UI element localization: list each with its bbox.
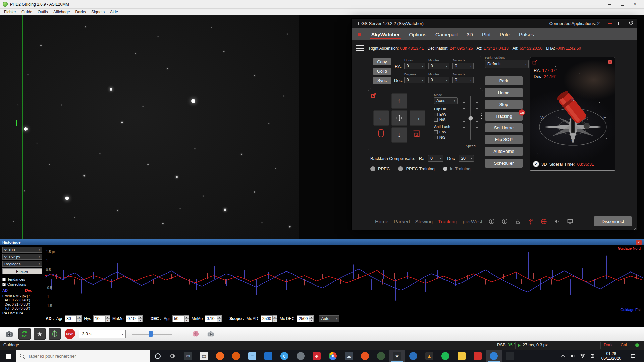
reset-3d-view-icon[interactable] — [607, 59, 613, 66]
usb-tray-icon[interactable] — [589, 351, 596, 361]
firefox-app-icon[interactable] — [212, 350, 228, 362]
thunderbird-app-icon[interactable] — [228, 350, 244, 362]
param-value[interactable]: 2500 — [297, 315, 309, 322]
ra-minutes-select[interactable]: 0 — [428, 63, 449, 69]
gsserver-app-icon[interactable] — [486, 350, 502, 362]
spin-down-button[interactable] — [105, 319, 110, 322]
spin-up-button[interactable] — [273, 315, 277, 319]
copy-button[interactable]: Copy — [373, 58, 391, 65]
sync-button[interactable]: Sync — [373, 77, 391, 84]
dec-minutes-select[interactable]: 0 — [428, 77, 449, 83]
action-autohome-button[interactable]: AutoHome — [485, 147, 523, 156]
ubuntu-app-icon[interactable] — [357, 350, 373, 362]
dec-seconds-select[interactable]: 0 — [452, 77, 474, 83]
settings-select[interactable]: Réglages — [2, 261, 42, 267]
onedrive-app-icon[interactable]: ☁ — [341, 350, 357, 362]
spin-down-button[interactable] — [273, 319, 277, 322]
loop-exposures-icon[interactable] — [18, 328, 31, 340]
park-position-select[interactable]: Default — [485, 60, 529, 68]
file-explorer-app-icon[interactable] — [453, 350, 470, 362]
office-grid-app-icon[interactable] — [502, 350, 518, 362]
tab-skywatcher[interactable]: SkyWatcher — [371, 28, 400, 40]
ppec-radio[interactable] — [370, 166, 375, 171]
x-scale-select[interactable]: x: 100 — [2, 247, 42, 253]
tab-plot[interactable]: Plot — [482, 28, 491, 40]
ppec-training-radio[interactable] — [398, 166, 403, 171]
disconnect-button[interactable]: Disconnect — [594, 216, 632, 226]
notepad-app-icon[interactable]: ≡ — [244, 350, 260, 362]
y-scale-select[interactable]: y: +/-2 px — [2, 254, 42, 260]
flip-dir-ew-checkbox[interactable] — [434, 113, 438, 116]
resize-grip[interactable] — [632, 225, 636, 230]
slew-east-button[interactable]: → — [410, 110, 425, 126]
clear-button[interactable]: Effacer — [2, 268, 42, 274]
advanced-settings-brain-icon[interactable] — [190, 328, 202, 340]
stop-capture-icon[interactable]: STOP — [64, 328, 76, 340]
connect-equipment-camera-icon[interactable] — [3, 328, 15, 340]
auto-select-star-icon[interactable] — [34, 328, 46, 340]
volume-muted-icon[interactable] — [569, 351, 577, 361]
action-set-home-button[interactable]: Set Home — [485, 123, 523, 132]
phd2-minimize-button[interactable] — [603, 0, 616, 8]
param-value[interactable]: 10 — [93, 315, 105, 322]
gsserver-minimize-button[interactable] — [608, 23, 612, 24]
mouse-control-icon[interactable] — [377, 128, 385, 140]
trendlines-checkbox[interactable] — [2, 278, 6, 281]
spin-up-button[interactable] — [105, 315, 110, 319]
spin-up-button[interactable] — [138, 315, 143, 319]
cortana-button[interactable] — [150, 350, 165, 362]
menu-signets[interactable]: Signets — [89, 10, 107, 14]
spiral-search-icon[interactable] — [412, 129, 421, 139]
param-value[interactable]: 50 — [172, 315, 184, 322]
spotify-app-icon[interactable] — [437, 350, 453, 362]
camera-properties-icon[interactable] — [205, 328, 217, 340]
calculator-app-icon[interactable]: ▤ — [196, 350, 212, 362]
photos-app-icon[interactable] — [260, 350, 276, 362]
param-value[interactable]: 30 — [65, 315, 77, 322]
action-tracking-button[interactable]: TrackingOn — [485, 112, 523, 121]
dec-degrees-select[interactable]: 0 — [404, 77, 425, 83]
spin-up-button[interactable] — [184, 315, 189, 319]
tab-pole[interactable]: Pole — [500, 28, 510, 40]
settings-gear-app-icon[interactable] — [292, 350, 309, 362]
dec-guide-mode-select[interactable]: Auto — [319, 315, 339, 322]
phd2-close-button[interactable]: × — [629, 0, 641, 8]
network-wifi-icon[interactable] — [579, 351, 586, 361]
gsserver-power-button[interactable] — [629, 20, 634, 26]
anti-lash-ns-checkbox[interactable] — [434, 136, 438, 139]
slew-west-button[interactable]: ← — [373, 110, 389, 126]
spin-down-button[interactable] — [217, 319, 222, 322]
spin-up-button[interactable] — [77, 315, 82, 319]
hamburger-menu-icon[interactable] — [356, 45, 364, 51]
telescope-3d-view[interactable]: RA: 177.07° Dec: 24.16° — [530, 57, 615, 171]
menu-aide[interactable]: Aide — [107, 10, 121, 14]
taskbar-search-box[interactable] — [16, 350, 150, 362]
slew-mode-select[interactable]: Axes — [434, 97, 458, 104]
spin-down-button[interactable] — [138, 319, 143, 322]
popout-slew-pad-icon[interactable] — [371, 93, 376, 99]
spin-up-button[interactable] — [217, 315, 222, 319]
param-value[interactable]: 0.10 — [205, 315, 217, 322]
exposure-duration-select[interactable]: 3.0 s — [79, 330, 126, 338]
phd2-app-icon[interactable]: ★ — [389, 350, 405, 362]
action-park-button[interactable]: Park — [485, 76, 523, 85]
spin-down-button[interactable] — [309, 319, 314, 322]
stellarium-app-icon[interactable] — [405, 350, 421, 362]
param-value[interactable]: 0.10 — [126, 315, 138, 322]
search-input[interactable] — [28, 354, 146, 359]
menu-affichage[interactable]: Affichage — [51, 10, 73, 14]
gsserver-maximize-button[interactable] — [618, 22, 622, 25]
spin-up-button[interactable] — [309, 315, 314, 319]
task-view-button[interactable] — [165, 350, 180, 362]
spin-down-button[interactable] — [184, 319, 189, 322]
flip-dir-ns-checkbox[interactable] — [434, 118, 438, 122]
ra-hours-select[interactable]: 0 — [404, 63, 425, 69]
speed-slider-handle[interactable] — [469, 116, 473, 121]
corrections-checkbox[interactable]: ✓ — [2, 283, 6, 286]
goto-button[interactable]: GoTo — [373, 68, 391, 75]
action-flip-sop-button[interactable]: Flip SOP — [485, 135, 523, 144]
backlash-ra-select[interactable]: 0 — [428, 155, 443, 162]
start-guiding-target-icon[interactable] — [49, 328, 61, 340]
tab-3d[interactable]: 3D — [467, 28, 473, 40]
tab-gamepad[interactable]: Gamepad — [435, 28, 458, 40]
